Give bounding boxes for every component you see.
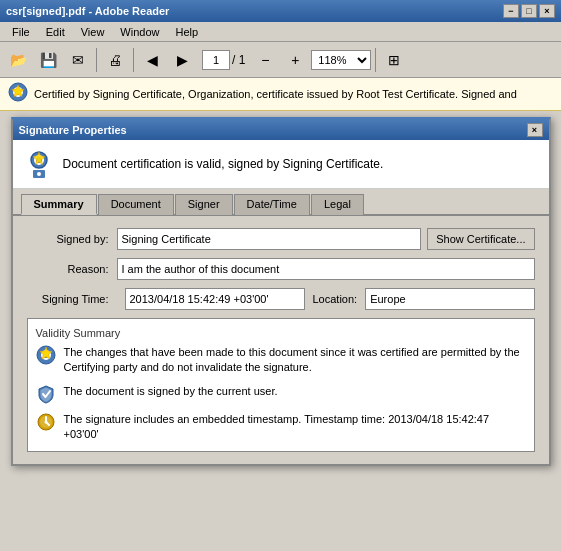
prev-page-button[interactable]: ◀	[138, 46, 166, 74]
email-button[interactable]: ✉	[64, 46, 92, 74]
signing-time-input	[125, 288, 305, 310]
page-navigation: / 1	[202, 50, 245, 70]
notification-text: Certified by Signing Certificate, Organi…	[34, 88, 517, 100]
menu-view[interactable]: View	[73, 24, 113, 40]
toolbar: 📂 💾 ✉ 🖨 ◀ ▶ / 1 − + 118% ⊞	[0, 42, 561, 78]
menu-window[interactable]: Window	[112, 24, 167, 40]
signing-time-row: Signing Time: Location:	[27, 288, 535, 310]
location-label: Location:	[313, 293, 358, 305]
page-input[interactable]	[202, 50, 230, 70]
validity-title: Validity Summary	[36, 327, 526, 339]
validity-icon-2	[36, 384, 56, 404]
validity-item-3: The signature includes an embedded times…	[36, 412, 526, 443]
window-controls: − □ ×	[503, 4, 555, 18]
signed-by-input	[117, 228, 422, 250]
signed-by-row: Signed by: Show Certificate...	[27, 228, 535, 250]
tab-summary[interactable]: Summary	[21, 194, 97, 215]
reason-row: Reason:	[27, 258, 535, 280]
validity-text-2: The document is signed by the current us…	[64, 384, 278, 399]
dialog-close-button[interactable]: ×	[527, 123, 543, 137]
menu-edit[interactable]: Edit	[38, 24, 73, 40]
signed-by-label: Signed by:	[27, 233, 117, 245]
save-button[interactable]: 💾	[34, 46, 62, 74]
reason-input	[117, 258, 535, 280]
zoom-out-button[interactable]: −	[251, 46, 279, 74]
tab-signer[interactable]: Signer	[175, 194, 233, 215]
tab-document[interactable]: Document	[98, 194, 174, 215]
dialog-title: Signature Properties	[19, 124, 527, 136]
cert-notif-icon	[8, 82, 28, 106]
certificate-icon	[23, 148, 55, 180]
svg-point-7	[37, 172, 41, 176]
menu-help[interactable]: Help	[167, 24, 206, 40]
toolbar-separator-2	[133, 48, 134, 72]
validity-icon-3	[36, 412, 56, 432]
page-total: / 1	[232, 53, 245, 67]
validity-item-2: The document is signed by the current us…	[36, 384, 526, 404]
validity-item-1: The changes that have been made to this …	[36, 345, 526, 376]
svg-point-15	[44, 420, 47, 423]
toolbar-separator-1	[96, 48, 97, 72]
dialog-body: Signed by: Show Certificate... Reason: S…	[13, 216, 549, 464]
tab-legal[interactable]: Legal	[311, 194, 364, 215]
app-title: csr[signed].pdf - Adobe Reader	[6, 5, 503, 17]
signing-time-label: Signing Time:	[27, 293, 117, 305]
open-button[interactable]: 📂	[4, 46, 32, 74]
show-certificate-button[interactable]: Show Certificate...	[427, 228, 534, 250]
zoom-select[interactable]: 118%	[311, 50, 371, 70]
title-bar: csr[signed].pdf - Adobe Reader − □ ×	[0, 0, 561, 22]
menu-bar: File Edit View Window Help	[0, 22, 561, 42]
zoom-in-button[interactable]: +	[281, 46, 309, 74]
main-area: Signature Properties × Document certific…	[0, 111, 561, 472]
signature-properties-dialog: Signature Properties × Document certific…	[11, 117, 551, 466]
dialog-header-text: Document certification is valid, signed …	[63, 157, 384, 171]
toolbar-separator-3	[375, 48, 376, 72]
close-button[interactable]: ×	[539, 4, 555, 18]
dialog-title-bar: Signature Properties ×	[13, 120, 549, 140]
minimize-button[interactable]: −	[503, 4, 519, 18]
location-input	[365, 288, 534, 310]
validity-summary-box: Validity Summary The changes that have b…	[27, 318, 535, 452]
validity-text-1: The changes that have been made to this …	[64, 345, 526, 376]
reason-label: Reason:	[27, 263, 117, 275]
fit-page-button[interactable]: ⊞	[380, 46, 408, 74]
menu-file[interactable]: File	[4, 24, 38, 40]
maximize-button[interactable]: □	[521, 4, 537, 18]
tab-datetime[interactable]: Date/Time	[234, 194, 310, 215]
validity-icon-1	[36, 345, 56, 365]
print-button[interactable]: 🖨	[101, 46, 129, 74]
validity-text-3: The signature includes an embedded times…	[64, 412, 526, 443]
notification-bar: Certified by Signing Certificate, Organi…	[0, 78, 561, 111]
next-page-button[interactable]: ▶	[168, 46, 196, 74]
dialog-header: Document certification is valid, signed …	[13, 140, 549, 189]
tab-strip: Summary Document Signer Date/Time Legal	[13, 189, 549, 216]
